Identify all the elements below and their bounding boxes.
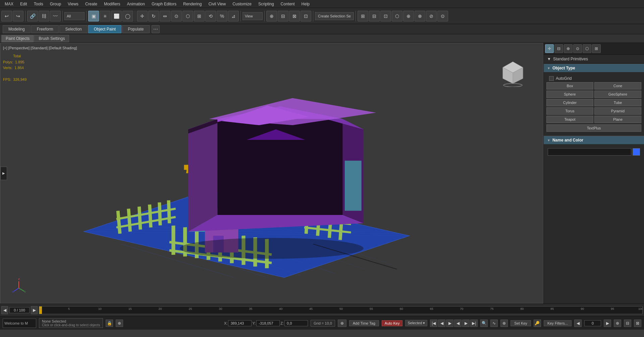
view-dropdown[interactable]: View [243,12,263,20]
create-panel-icon[interactable]: ✛ [545,44,554,53]
mirror-button[interactable]: ⊟ [278,11,288,21]
next-frame-btn[interactable]: ▶ [462,320,470,327]
set-key-button[interactable]: Set Key [511,320,531,326]
unlink-button[interactable]: ⛓ [39,11,49,21]
menu-rendering[interactable]: Rendering [180,1,205,7]
name-color-header[interactable]: ▼ Name and Color [544,136,644,144]
extra-btn1[interactable]: ⊘ [426,11,437,21]
selection-lock-icon[interactable]: ⊕ [116,320,123,327]
x-input[interactable] [228,320,252,326]
pyramid-button[interactable]: Pyramid [594,107,641,115]
motion-panel-icon[interactable]: ⊙ [573,44,582,53]
time-tag-icon[interactable]: ⊕ [338,320,346,327]
menu-animation[interactable]: Animation [124,1,148,7]
menu-scripting[interactable]: Scripting [255,1,277,7]
add-time-tag-btn[interactable]: Add Time Tag [349,320,379,326]
create-selection-label[interactable]: Create Selection Se [315,12,354,20]
extra-icon1[interactable]: ⊕ [614,320,621,327]
select-move[interactable]: ✛ [137,11,148,21]
redo-button[interactable]: ↪ [13,11,23,21]
key-filters-button[interactable]: Key Filters... [544,320,572,326]
viewport-play-button[interactable]: ▶ [0,167,7,180]
standard-primitives-dropdown[interactable]: ▼ [547,57,551,61]
torus-button[interactable]: Torus [546,107,593,115]
anim-mode-icon[interactable]: ⊕ [500,320,508,327]
circular-select[interactable]: ◯ [122,11,133,21]
place-highlight[interactable]: ⬡ [182,11,193,21]
tab-extra[interactable]: ⋯ [152,25,160,33]
viewport-cube[interactable] [499,60,526,87]
menu-views[interactable]: Views [64,1,82,7]
object-type-header[interactable]: ▼ Object Type [544,64,644,72]
teapot-button[interactable]: Teapot [546,116,593,123]
lock-icon[interactable]: 🔒 [106,320,113,327]
viewport[interactable]: [+] [Perspective] [Standard] [Default Sh… [0,43,543,303]
menu-create[interactable]: Create [82,1,101,7]
graph-editors-btn[interactable]: ⊞ [358,11,368,21]
frame-display[interactable]: 0 / 100 [9,307,30,313]
extra-icon3[interactable]: ⊠ [634,320,641,327]
extra-icon2[interactable]: ⊟ [624,320,631,327]
tab-freeform[interactable]: Freeform [31,25,59,33]
timeline-next[interactable]: ▶ [31,306,38,314]
spinner-snap[interactable]: ⊿ [228,11,239,21]
menu-tools[interactable]: Tools [31,1,47,7]
timeline-prev[interactable]: ◀ [1,306,8,314]
named-selection[interactable]: ⊕ [266,11,277,21]
color-swatch[interactable] [633,148,640,156]
textplus-button[interactable]: TextPlus [546,124,641,132]
tube-button[interactable]: Tube [594,99,641,106]
layer-mgr[interactable]: ⊡ [301,11,311,21]
angle-snap[interactable]: ⟲ [205,11,216,21]
undo-button[interactable]: ↩ [1,11,12,21]
material-editor[interactable]: ⊡ [380,11,391,21]
key-icon[interactable]: 🔑 [534,320,541,327]
select-by-name[interactable]: ≡ [100,11,110,21]
align-button[interactable]: ⊠ [289,11,300,21]
select-scale[interactable]: ⇔ [160,11,170,21]
rectangular-select[interactable]: ⬜ [111,11,122,21]
menu-civil-view[interactable]: Civil View [205,1,229,7]
reference-coord[interactable]: ⊙ [171,11,182,21]
percent-snap[interactable]: % [217,11,227,21]
select-rotate[interactable]: ↻ [148,11,159,21]
render-last[interactable]: ⊗ [415,11,425,21]
menu-modifiers[interactable]: Modifiers [101,1,124,7]
tool-tab-brush-settings[interactable]: Brush Settings [34,35,69,42]
cone-button[interactable]: Cone [594,82,641,90]
menu-content[interactable]: Content [277,1,298,7]
filter-dropdown[interactable]: All [64,12,85,20]
menu-graph-editors[interactable]: Graph Editors [148,1,180,7]
search-anim-icon[interactable]: 🔍 [480,320,488,327]
render-frame[interactable]: ⊕ [403,11,414,21]
extra-btn2[interactable]: ⊙ [437,11,448,21]
bind-space-warp[interactable]: 〰 [50,11,61,21]
tab-populate[interactable]: Populate [122,25,149,33]
plane-button[interactable]: Plane [594,116,641,123]
modify-panel-icon[interactable]: ⊟ [554,44,563,53]
autogrid-checkbox[interactable] [549,76,554,81]
selected-dropdown[interactable]: Selected ▾ [405,320,427,326]
render-setup[interactable]: ⬡ [392,11,402,21]
tab-modeling[interactable]: Modeling [3,25,31,33]
frame-number-input[interactable] [584,320,601,326]
select-object-button[interactable]: ▣ [88,11,99,21]
play-anim-btn[interactable]: ▶ [446,320,453,327]
y-input[interactable] [256,320,280,326]
utilities-panel-icon[interactable]: ⊞ [592,44,601,53]
go-to-end[interactable]: ▶| [470,320,478,327]
sphere-button[interactable]: Sphere [546,91,593,98]
tool-tab-paint-objects[interactable]: Paint Objects [1,35,34,42]
frame-increment[interactable]: ▶ [604,320,611,327]
prev-frame-btn[interactable]: ◀ [438,320,445,327]
menu-group[interactable]: Group [47,1,64,7]
menu-help[interactable]: Help [298,1,313,7]
frame-decrement[interactable]: ◀ [574,320,582,327]
go-to-start[interactable]: |◀ [430,320,437,327]
cylinder-button[interactable]: Cylinder [546,99,593,106]
auto-key-button[interactable]: Auto Key [382,320,403,326]
z-input[interactable] [284,320,308,326]
align[interactable]: ⊞ [194,11,205,21]
play-reverse-btn[interactable]: ◀ [454,320,462,327]
tab-object-paint[interactable]: Object Paint [88,25,121,33]
